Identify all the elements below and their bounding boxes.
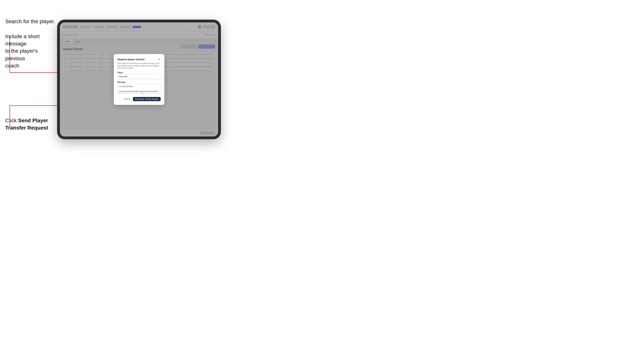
annotation-click-prefix: Click xyxy=(5,118,18,123)
tablet-device: Roster Roster Update Roster xyxy=(57,20,221,139)
cancel-button[interactable]: Cancel xyxy=(122,97,132,101)
message-textarea[interactable]: Hi Coach McHarg, Please accept this tran… xyxy=(118,84,161,94)
modal-title: Request player transfer xyxy=(118,58,145,61)
annotation-message: Include a short messageto the player's p… xyxy=(5,33,56,69)
modal-close-button[interactable]: ✕ xyxy=(158,58,161,61)
tablet-screen: Roster Roster Update Roster xyxy=(60,22,218,137)
annotation-search-text: Search for the player. xyxy=(5,18,55,24)
send-transfer-request-button[interactable]: Send Player Transfer Request xyxy=(133,97,161,101)
annotation-search: Search for the player. xyxy=(5,18,55,25)
modal-overlay: Request player transfer ✕ If the player … xyxy=(60,22,218,137)
player-field-label: Player xyxy=(118,72,161,74)
modal-footer: Cancel Send Player Transfer Request xyxy=(118,97,161,101)
modal-header: Request player transfer ✕ xyxy=(118,58,161,61)
modal-description: If the player is transferring from anoth… xyxy=(118,62,161,69)
request-transfer-modal: Request player transfer ✕ If the player … xyxy=(114,54,164,105)
message-field-label: Message xyxy=(118,81,161,83)
annotation-click: Click Send PlayerTransfer Request xyxy=(5,117,48,131)
player-search-input[interactable] xyxy=(118,74,161,79)
